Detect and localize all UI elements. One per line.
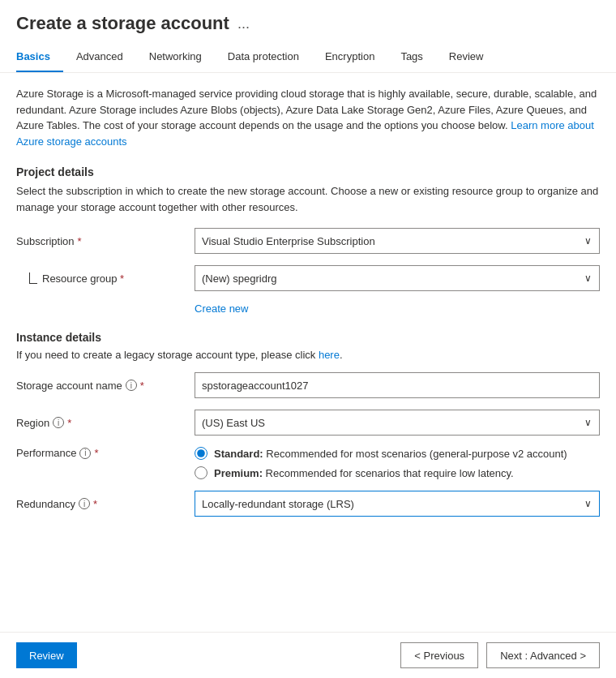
bottom-bar: Review < Previous Next : Advanced > xyxy=(0,632,616,678)
performance-options: Standard: Recommended for most scenarios… xyxy=(195,447,600,479)
page-title: Create a storage account xyxy=(16,13,229,34)
page-header: Create a storage account ... xyxy=(0,0,616,34)
project-details-title: Project details xyxy=(16,165,600,178)
tabs-bar: Basics Advanced Networking Data protecti… xyxy=(0,42,616,73)
next-button[interactable]: Next : Advanced > xyxy=(486,642,600,668)
subscription-label: Subscription * xyxy=(16,235,195,247)
region-label: Region i * xyxy=(16,417,195,429)
storage-account-name-row: Storage account name i * xyxy=(16,372,600,398)
project-details-section: Project details Select the subscription … xyxy=(16,165,600,315)
instance-details-title: Instance details xyxy=(16,331,600,344)
legacy-link[interactable]: here xyxy=(319,349,340,361)
performance-row: Performance i * Standard: Recommended fo… xyxy=(16,447,600,479)
performance-standard-radio[interactable] xyxy=(195,447,207,460)
redundancy-row: Redundancy i * Locally-redundant storage… xyxy=(16,491,600,517)
tab-advanced[interactable]: Advanced xyxy=(63,42,136,72)
performance-required: * xyxy=(94,447,98,459)
tab-encryption[interactable]: Encryption xyxy=(312,42,387,72)
performance-standard-label: Standard: Recommended for most scenarios… xyxy=(214,448,567,460)
resource-group-required: * xyxy=(118,272,125,285)
subscription-row: Subscription * Visual Studio Enterprise … xyxy=(16,228,600,254)
region-required: * xyxy=(67,417,71,429)
storage-name-info-icon[interactable]: i xyxy=(126,380,137,391)
subscription-select[interactable]: Visual Studio Enterprise Subscription xyxy=(195,228,600,254)
storage-account-name-label: Storage account name i * xyxy=(16,380,195,392)
resource-group-select-wrapper: (New) spegridrg xyxy=(195,265,600,291)
learn-more-link[interactable]: Learn more about Azure storage accounts xyxy=(16,119,594,148)
content-area: Azure Storage is a Microsoft-managed ser… xyxy=(0,73,616,590)
more-options-icon[interactable]: ... xyxy=(237,15,250,32)
previous-button[interactable]: < Previous xyxy=(400,642,478,668)
tab-networking[interactable]: Networking xyxy=(136,42,215,72)
performance-label: Performance i * xyxy=(16,447,195,459)
tab-tags[interactable]: Tags xyxy=(387,42,435,72)
performance-premium-option[interactable]: Premium: Recommended for scenarios that … xyxy=(195,466,600,479)
create-new-link[interactable]: Create new xyxy=(195,303,600,315)
tab-basics[interactable]: Basics xyxy=(16,42,63,72)
performance-standard-option[interactable]: Standard: Recommended for most scenarios… xyxy=(195,447,600,460)
storage-account-name-input-wrapper xyxy=(195,372,600,398)
tab-data-protection[interactable]: Data protection xyxy=(215,42,312,72)
region-select[interactable]: (US) East US xyxy=(195,410,600,436)
subscription-select-wrapper: Visual Studio Enterprise Subscription xyxy=(195,228,600,254)
redundancy-label: Redundancy i * xyxy=(16,498,195,510)
resource-group-row: Resource group * (New) spegridrg xyxy=(16,265,600,291)
instance-details-section: Instance details If you need to create a… xyxy=(16,331,600,517)
project-details-description: Select the subscription in which to crea… xyxy=(16,183,600,215)
storage-name-required: * xyxy=(140,380,144,392)
resource-group-label-container: Resource group * xyxy=(16,272,195,285)
performance-premium-radio[interactable] xyxy=(195,466,207,479)
region-select-wrapper: (US) East US xyxy=(195,410,600,436)
region-row: Region i * (US) East US xyxy=(16,410,600,436)
review-button[interactable]: Review xyxy=(16,642,77,668)
redundancy-required: * xyxy=(93,498,97,510)
tab-review[interactable]: Review xyxy=(436,42,497,72)
legacy-text: If you need to create a legacy storage a… xyxy=(16,349,600,361)
description-text: Azure Storage is a Microsoft-managed ser… xyxy=(16,86,600,149)
subscription-required: * xyxy=(78,235,82,247)
redundancy-select[interactable]: Locally-redundant storage (LRS) Zone-red… xyxy=(195,491,600,517)
redundancy-select-wrapper: Locally-redundant storage (LRS) Zone-red… xyxy=(195,491,600,517)
region-info-icon[interactable]: i xyxy=(53,417,64,428)
performance-premium-label: Premium: Recommended for scenarios that … xyxy=(214,467,514,479)
redundancy-info-icon[interactable]: i xyxy=(79,498,90,509)
performance-info-icon[interactable]: i xyxy=(79,448,91,459)
resource-group-select[interactable]: (New) spegridrg xyxy=(195,265,600,291)
storage-account-name-input[interactable] xyxy=(195,372,600,398)
resource-group-label: Resource group xyxy=(42,272,118,285)
